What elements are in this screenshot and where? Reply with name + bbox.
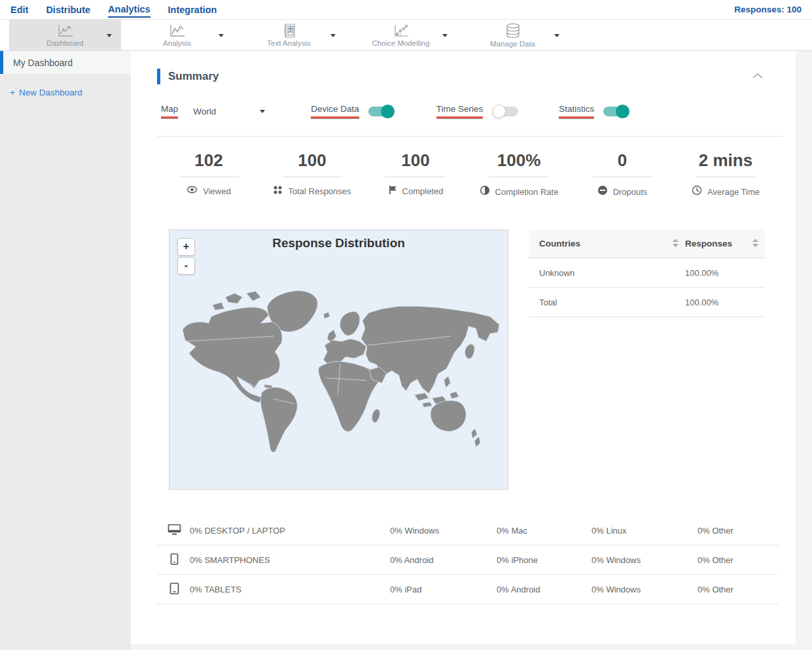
stat-label: Average Time xyxy=(707,187,760,197)
country-name: Total xyxy=(539,298,685,307)
stat-value: 0 xyxy=(571,150,674,171)
dashboard-sidebar: My Dashboard + New Dashboard xyxy=(0,51,131,650)
device-stat: 0% Windows xyxy=(591,555,697,565)
stat-value: 100 xyxy=(364,150,467,171)
device-stat: 0% Other xyxy=(697,555,779,565)
chevron-down-icon xyxy=(219,34,224,37)
scatter-chart-icon xyxy=(393,24,410,38)
countries-column-header[interactable]: Countries xyxy=(539,239,685,249)
plus-icon: + xyxy=(10,88,15,97)
device-label: 0% DESKTOP / LAPTOP xyxy=(190,526,285,536)
column-header-label: Countries xyxy=(539,239,580,248)
toolbar-item-label: Manage Data xyxy=(490,40,535,48)
line-chart-icon xyxy=(57,24,74,38)
nav-item-distribute[interactable]: Distribute xyxy=(46,2,90,17)
time-series-label: Time Series xyxy=(436,104,484,118)
table-row: 0% TABLETS 0% iPad 0% Android 0% Windows… xyxy=(157,575,779,604)
toggle-knob xyxy=(492,105,506,118)
table-row: Total 100.00% xyxy=(529,288,765,317)
device-stat: 0% iPhone xyxy=(497,555,591,565)
nav-item-integration[interactable]: Integration xyxy=(168,2,217,17)
accent-bar xyxy=(157,69,160,84)
device-stat: 0% iPad xyxy=(390,585,497,594)
countries-table: Countries Responses xyxy=(529,230,765,490)
country-responses: 100.00% xyxy=(685,298,758,307)
toolbar-item-label: Text Analysis xyxy=(267,39,310,47)
section-title: Summary xyxy=(168,70,219,83)
new-dashboard-button[interactable]: + New Dashboard xyxy=(0,88,131,97)
stat-label: Viewed xyxy=(203,186,230,196)
database-icon xyxy=(504,23,521,39)
response-map-panel: Response Distribution + - xyxy=(169,230,508,490)
responses-column-header[interactable]: Responses xyxy=(685,239,758,249)
toolbar-item-choice-modelling[interactable]: Choice Modelling xyxy=(345,20,457,51)
new-dashboard-label: New Dashboard xyxy=(19,88,82,97)
stat-label: Completion Rate xyxy=(495,187,559,197)
document-grid-icon xyxy=(281,24,298,38)
device-data-label: Device Data xyxy=(311,104,359,118)
stat-value: 100 xyxy=(260,150,364,171)
map-zoom-controls: + - xyxy=(177,238,195,275)
toolbar-item-dashboard[interactable]: Dashboard xyxy=(9,20,121,51)
nav-item-edit[interactable]: Edit xyxy=(10,2,28,17)
stat-viewed: 102 Viewed xyxy=(157,150,260,198)
toolbar-item-label: Choice Modelling xyxy=(372,39,429,47)
toolbar-item-label: Analysis xyxy=(163,39,191,47)
table-row: 0% DESKTOP / LAPTOP 0% Windows 0% Mac 0%… xyxy=(157,516,779,545)
time-series-toggle[interactable] xyxy=(492,107,518,116)
stat-completion-rate: 100% Completion Rate xyxy=(467,150,571,198)
statistics-toggle[interactable] xyxy=(603,107,629,116)
zoom-in-button[interactable]: + xyxy=(177,238,195,256)
grid-dots-icon xyxy=(273,185,283,197)
map-region-select[interactable]: World xyxy=(193,107,265,116)
line-chart-icon xyxy=(169,24,186,38)
divider xyxy=(157,136,783,137)
sort-icon[interactable] xyxy=(673,239,679,249)
toolbar-item-analysis[interactable]: Analysis xyxy=(121,20,233,51)
world-map[interactable] xyxy=(169,230,508,489)
top-nav: Edit Distribute Analytics Integration Re… xyxy=(0,0,812,20)
device-stat: 0% Mac xyxy=(497,526,591,536)
device-stat: 0% Android xyxy=(497,585,591,594)
toggle-knob xyxy=(616,105,629,118)
summary-header: Summary xyxy=(157,69,783,84)
minus-circle-icon xyxy=(597,185,608,198)
device-stat: 0% Android xyxy=(390,555,497,565)
statistics-label: Statistics xyxy=(559,104,594,118)
device-data-table: 0% DESKTOP / LAPTOP 0% Windows 0% Mac 0%… xyxy=(157,516,779,604)
stat-value: 102 xyxy=(157,150,260,171)
countries-table-header: Countries Responses xyxy=(529,230,765,258)
tablet-icon xyxy=(168,583,181,596)
country-responses: 100.00% xyxy=(685,268,758,278)
stat-completed: 100 Completed xyxy=(364,150,467,198)
device-label: 0% TABLETS xyxy=(190,585,241,594)
device-stat: 0% Other xyxy=(697,526,779,536)
device-stat: 0% Linux xyxy=(591,526,697,536)
toolbar-item-text-analysis[interactable]: Text Analysis xyxy=(233,20,345,51)
toggle-knob xyxy=(381,105,395,118)
nav-item-analytics[interactable]: Analytics xyxy=(108,1,150,18)
map-label: Map xyxy=(161,104,178,118)
smartphone-icon xyxy=(168,553,181,567)
stat-label: Completed xyxy=(402,186,444,196)
chevron-down-icon xyxy=(330,34,336,37)
chevron-up-icon[interactable] xyxy=(751,71,764,82)
sort-icon[interactable] xyxy=(752,239,758,249)
device-label: 0% SMARTPHONES xyxy=(190,555,270,565)
responses-count: Responses: 100 xyxy=(734,5,802,14)
map-region-value: World xyxy=(193,107,216,116)
analytics-toolbar: Dashboard Analysis Text Analysis xyxy=(0,20,812,51)
table-row: 0% SMARTPHONES 0% Android 0% iPhone 0% W… xyxy=(157,545,779,575)
sidebar-item-my-dashboard[interactable]: My Dashboard xyxy=(0,51,131,74)
summary-controls: Map World Device Data Time Series Statis… xyxy=(157,104,783,118)
zoom-out-button[interactable]: - xyxy=(177,257,195,275)
chevron-down-icon xyxy=(442,34,448,37)
contrast-circle-icon xyxy=(480,185,490,198)
stat-value: 2 mins xyxy=(674,150,777,171)
device-data-toggle[interactable] xyxy=(368,107,395,116)
device-stat: 0% Windows xyxy=(591,585,697,594)
stat-total-responses: 100 Total Responses xyxy=(260,150,364,198)
eye-icon xyxy=(186,185,198,197)
map-section: Response Distribution + - Countries Resp… xyxy=(157,230,783,490)
toolbar-item-manage-data[interactable]: Manage Data xyxy=(457,20,569,51)
